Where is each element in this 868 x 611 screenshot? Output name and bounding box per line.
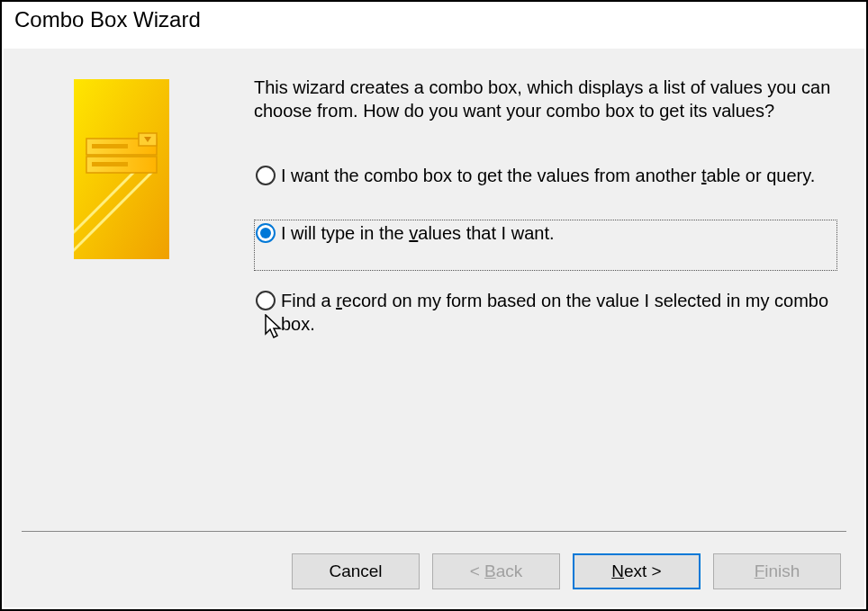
wizard-illustration	[74, 79, 169, 259]
wizard-body: This wizard creates a combo box, which d…	[4, 49, 864, 607]
wizard-intro-text: This wizard creates a combo box, which d…	[254, 76, 837, 122]
option-label: I will type in the values that I want.	[281, 221, 834, 245]
radio-icon	[256, 166, 276, 185]
window-title: Combo Box Wizard	[2, 2, 866, 41]
back-button: < Back	[432, 553, 560, 589]
svg-rect-8	[92, 162, 128, 166]
cancel-button[interactable]: Cancel	[292, 553, 420, 589]
option-type-values[interactable]: I will type in the values that I want.	[254, 220, 837, 271]
radio-icon	[256, 291, 276, 310]
option-label: Find a record on my form based on the va…	[281, 289, 834, 336]
wizard-content: This wizard creates a combo box, which d…	[254, 76, 837, 368]
next-button[interactable]: Next >	[573, 553, 701, 589]
option-values-from-table[interactable]: I want the combo box to get the values f…	[254, 162, 837, 203]
radio-icon	[256, 223, 276, 243]
button-divider	[22, 531, 846, 532]
svg-rect-7	[92, 144, 128, 148]
wizard-buttons: Cancel < Back Next > Finish	[292, 553, 841, 589]
option-find-record[interactable]: Find a record on my form based on the va…	[254, 287, 837, 352]
wizard-options: I want the combo box to get the values f…	[254, 162, 837, 352]
option-label: I want the combo box to get the values f…	[281, 164, 834, 187]
wizard-window: Combo Box Wizard	[0, 0, 868, 611]
finish-button: Finish	[713, 553, 841, 589]
